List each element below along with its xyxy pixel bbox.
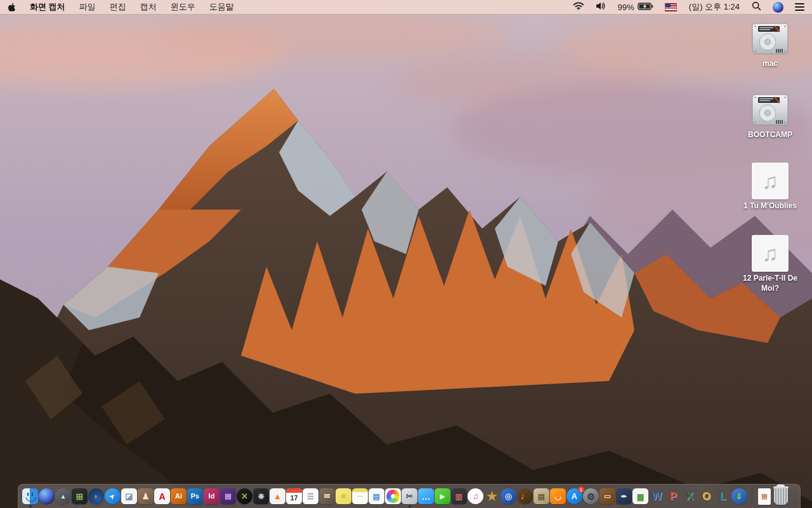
ms-lync-icon: L xyxy=(719,491,726,502)
notification-center-menu-extra[interactable] xyxy=(789,0,812,14)
apple-menu[interactable] xyxy=(0,0,23,14)
desktop-icon-label: 1 Tu M'Oublies xyxy=(743,201,797,211)
dock-itunes[interactable]: ♫ xyxy=(468,488,483,504)
dock-firefox[interactable]: ◗ xyxy=(88,488,104,504)
dock-safari[interactable]: ➤ xyxy=(105,488,121,504)
menu-bar-menus: 파일편집캡처윈도우도움말 xyxy=(72,1,241,13)
imovie-icon: ★ xyxy=(487,490,497,502)
idvd-icon: ◎ xyxy=(505,492,512,500)
menu-item-1[interactable]: 편집 xyxy=(103,1,133,13)
dock-ms-powerpoint[interactable]: P xyxy=(665,488,681,504)
newsstand-icon: ▤ xyxy=(538,493,545,500)
menu-item-3[interactable]: 윈도우 xyxy=(164,1,202,13)
menu-item-4[interactable]: 도움말 xyxy=(202,1,241,13)
dock-ms-outlook[interactable]: O xyxy=(698,488,714,504)
siri-icon xyxy=(773,2,783,13)
dock-notes[interactable]: — xyxy=(352,488,368,504)
finder-face-icon xyxy=(22,488,38,504)
dock-contacts[interactable]: ♟ xyxy=(138,488,154,504)
dock-adobe-photoshop[interactable]: Ps xyxy=(187,488,203,504)
clock-menu-extra[interactable]: (일) 오후 1:24 xyxy=(683,0,746,14)
dock-numbers[interactable]: ▆ xyxy=(632,488,648,504)
dock-app-store[interactable]: A1 xyxy=(566,488,582,504)
dock-trash-full[interactable] xyxy=(774,488,788,505)
dock-adobe-indesign[interactable]: Id xyxy=(204,488,219,504)
dock-mission-control[interactable]: ⊞ xyxy=(72,488,88,504)
dock-internet-downloader[interactable]: ⇩ xyxy=(731,488,747,504)
vlc-icon: ▲ xyxy=(273,492,282,500)
dock-ms-lync[interactable]: L xyxy=(715,488,731,504)
itunes-icon: ♫ xyxy=(473,492,479,500)
battery-charging-icon xyxy=(638,3,653,12)
dock-mail-archive-box[interactable]: ✉ xyxy=(319,488,335,504)
spotlight-menu-extra[interactable] xyxy=(746,0,767,14)
dock-apps: ▲⊞◗➤◪♟AAiPsId▤✕❋▲17☰✉≡—▤✂…▶▥♫★◎♩▤◡A1⚙▭✒▆… xyxy=(22,488,747,504)
dock-preview[interactable]: ◪ xyxy=(121,488,137,504)
dock-launchpad[interactable]: ▲ xyxy=(55,488,71,504)
dock-idvd[interactable]: ◎ xyxy=(501,488,516,504)
sierra-mountain-wallpaper xyxy=(0,0,812,508)
numbers-icon: ▆ xyxy=(638,493,643,500)
ms-powerpoint-icon: P xyxy=(670,491,677,502)
dock-video-converter-x[interactable]: ✕ xyxy=(237,488,252,504)
dock-adobe-illustrator[interactable]: Ai xyxy=(171,488,187,504)
wifi-menu-extra[interactable] xyxy=(567,0,590,14)
hard-drive-bootcamp-icon xyxy=(752,94,789,128)
dock-ms-word[interactable]: W xyxy=(649,488,665,504)
keynote-icon: ▭ xyxy=(604,493,610,500)
dock-calendar[interactable]: 17 xyxy=(286,488,302,504)
input-source-menu-extra[interactable] xyxy=(659,0,683,14)
toast-titanium-icon: ▤ xyxy=(225,493,231,500)
dock-imovie[interactable]: ★ xyxy=(484,488,500,504)
menu-bar: 화면 캡처 파일편집캡처윈도우도움말 99% xyxy=(0,0,812,15)
dock-image-file-document[interactable]: ▦ xyxy=(758,488,771,505)
dock-siri[interactable] xyxy=(39,488,55,504)
dock-messages[interactable]: … xyxy=(418,488,434,504)
reminders-icon: ☰ xyxy=(307,493,314,500)
dock-grab-screen-capture[interactable]: ✂ xyxy=(402,488,417,504)
launchpad-icon: ▲ xyxy=(60,493,67,500)
dock-toast-titanium[interactable]: ▤ xyxy=(220,488,236,504)
calendar-day: 17 xyxy=(290,495,298,502)
dock-stickies[interactable]: ≡ xyxy=(336,488,351,504)
running-indicator xyxy=(409,505,410,507)
firefox-icon: ◗ xyxy=(94,492,99,500)
dock-system-preferences[interactable]: ⚙ xyxy=(583,488,599,504)
contacts-icon: ♟ xyxy=(142,492,150,500)
dock-finder[interactable] xyxy=(22,488,38,504)
dock-newsstand[interactable]: ▤ xyxy=(534,488,549,504)
siri-menu-extra[interactable] xyxy=(767,0,789,14)
dock-ibooks[interactable]: ◡ xyxy=(550,488,566,504)
desktop-icon-audio-file-12[interactable]: ♫12 Parle-T-Il De Moi? xyxy=(733,235,807,293)
desktop-icon-hard-drive-bootcamp[interactable]: BOOTCAMP xyxy=(733,94,807,140)
notification-badge: 1 xyxy=(578,486,584,493)
volume-icon xyxy=(596,2,606,12)
dock-garageband[interactable]: ♩ xyxy=(517,488,533,504)
calendar-red-strip xyxy=(286,488,302,493)
dock-reminders[interactable]: ☰ xyxy=(303,488,318,504)
dock-photos[interactable] xyxy=(385,488,401,504)
pages-icon: ✒ xyxy=(620,493,627,500)
garageband-icon: ♩ xyxy=(521,492,529,500)
menu-item-0[interactable]: 파일 xyxy=(72,1,103,13)
menu-bar-left: 화면 캡처 파일편집캡처윈도우도움말 xyxy=(0,0,241,14)
dock-vlc[interactable]: ▲ xyxy=(270,488,285,504)
dock-colorsync-document[interactable]: ▤ xyxy=(369,488,384,504)
adobe-illustrator-icon: Ai xyxy=(175,493,182,500)
dock-keynote[interactable]: ▭ xyxy=(599,488,615,504)
ms-excel-icon: X xyxy=(686,491,693,502)
dock-photo-booth[interactable]: ▥ xyxy=(451,488,467,504)
us-flag-icon xyxy=(665,3,677,11)
menu-item-2[interactable]: 캡처 xyxy=(133,1,164,13)
dock-facetime[interactable]: ▶ xyxy=(435,488,450,504)
dock-fan-utility[interactable]: ❋ xyxy=(253,488,269,504)
desktop-icon-label: mac xyxy=(763,59,778,69)
battery-menu-extra[interactable]: 99% xyxy=(612,0,659,14)
dock-ms-excel[interactable]: X xyxy=(682,488,698,504)
desktop-icon-hard-drive-mac[interactable]: mac xyxy=(733,23,807,69)
active-app-menu[interactable]: 화면 캡처 xyxy=(23,1,72,13)
volume-menu-extra[interactable] xyxy=(590,0,612,14)
dock-acrobat-reader[interactable]: A xyxy=(154,488,170,504)
desktop-icon-audio-file-1[interactable]: ♫1 Tu M'Oublies xyxy=(733,163,807,211)
dock-pages[interactable]: ✒ xyxy=(616,488,632,504)
